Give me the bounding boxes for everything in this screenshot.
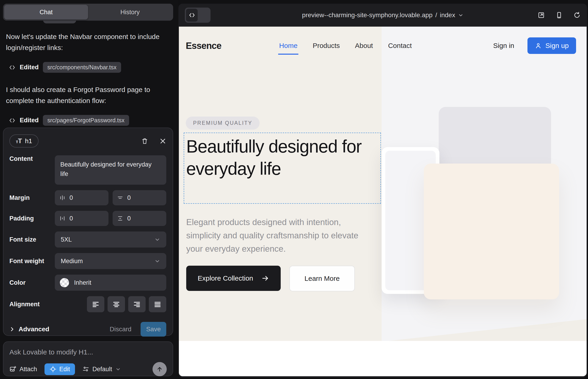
align-justify-button[interactable]: [149, 296, 166, 312]
chat-message-list: Now let's update the Navbar component to…: [6, 31, 173, 137]
premium-quality-badge: PREMIUM QUALITY: [186, 117, 260, 130]
hero-section: Essence Home Products About Contact Sign…: [179, 27, 587, 341]
route-name: index: [440, 12, 455, 19]
font-weight-select[interactable]: Medium: [55, 253, 166, 269]
padding-y-input[interactable]: [113, 211, 166, 226]
code-preview-toggle[interactable]: [185, 8, 211, 23]
color-label: Color: [9, 279, 55, 286]
hero-card-cream: [424, 164, 559, 300]
target-icon: [49, 366, 56, 373]
chat-sidebar: Chat History · · Now let's update the Na…: [0, 0, 178, 379]
color-swatch-transparent: [60, 278, 69, 287]
chat-message: I should also create a Forgot Password p…: [6, 84, 173, 106]
image-plus-icon: [9, 366, 16, 373]
advanced-toggle[interactable]: Advanced: [9, 326, 49, 333]
save-button[interactable]: Save: [140, 322, 166, 337]
lovable-app: Chat History · · Now let's update the Na…: [0, 0, 588, 379]
code-icon: [188, 12, 195, 19]
padding-horizontal-icon: [59, 215, 65, 221]
close-icon[interactable]: [159, 138, 166, 144]
preview-url: preview--charming-site-symphony.lovable.…: [302, 12, 433, 19]
selected-element-tag: h1: [25, 137, 32, 145]
edit-mode-button[interactable]: Edit: [45, 363, 75, 375]
delete-element-icon[interactable]: [141, 137, 148, 145]
file-path-badge[interactable]: src/pages/ForgotPassword.tsx: [43, 115, 129, 126]
chevron-down-icon: [458, 12, 464, 18]
sign-up-button[interactable]: Sign up: [527, 37, 576, 54]
site-viewport: Essence Home Products About Contact Sign…: [179, 27, 587, 376]
typography-icon: ᴛT: [16, 137, 22, 145]
align-left-button[interactable]: [87, 296, 104, 312]
chat-message: Now let's update the Navbar component to…: [6, 31, 173, 53]
sliders-icon: [82, 366, 89, 373]
chat-composer: Attach Edit Default: [3, 341, 173, 376]
tab-chat[interactable]: Chat: [4, 5, 88, 19]
code-view-segment[interactable]: [186, 9, 198, 22]
hero-cta-row: Explore Collection Learn More: [186, 266, 355, 291]
edited-label: Edited: [20, 64, 39, 71]
url-bar[interactable]: preview--charming-site-symphony.lovable.…: [302, 12, 464, 19]
discard-button[interactable]: Discard: [110, 326, 131, 333]
padding-label: Padding: [9, 215, 55, 222]
font-weight-label: Font weight: [9, 258, 55, 265]
file-path-badge[interactable]: src/components/Navbar.tsx: [43, 62, 121, 73]
open-external-icon[interactable]: [538, 12, 545, 19]
chevron-down-icon: [115, 366, 121, 372]
attach-button[interactable]: Attach: [9, 366, 37, 373]
learn-more-button[interactable]: Learn More: [289, 266, 355, 291]
arrow-right-icon: [262, 274, 269, 282]
font-size-label: Font size: [9, 236, 55, 243]
padding-vertical-icon: [117, 215, 123, 221]
padding-x-input[interactable]: [55, 211, 108, 226]
nav-link-home[interactable]: Home: [279, 42, 297, 49]
site-logo[interactable]: Essence: [186, 41, 221, 51]
nav-link-contact[interactable]: Contact: [388, 42, 412, 49]
composer-input[interactable]: [9, 348, 167, 356]
font-size-select[interactable]: 5XL: [55, 232, 166, 248]
chat-history-tabbar: Chat History: [3, 4, 173, 21]
margin-vertical-icon: [117, 195, 123, 201]
content-textarea[interactable]: Beautifully designed for everyday life: [55, 155, 166, 185]
browser-toolbar: preview--charming-site-symphony.lovable.…: [178, 4, 587, 27]
element-editor-panel: ᴛT h1 Content Beautifully designed for e…: [3, 127, 173, 336]
hero-description: Elegant products designed with intention…: [186, 216, 372, 255]
tab-history[interactable]: History: [88, 5, 172, 19]
url-separator: /: [435, 12, 437, 19]
nav-link-about[interactable]: About: [355, 42, 373, 49]
code-icon: [9, 64, 15, 71]
arrow-up-icon: [156, 366, 163, 373]
chevron-right-icon: [9, 327, 15, 332]
preview-view-segment[interactable]: [198, 9, 209, 22]
code-icon: [9, 117, 15, 124]
mobile-view-icon[interactable]: [556, 12, 563, 19]
preview-browser: preview--charming-site-symphony.lovable.…: [178, 4, 587, 378]
send-button[interactable]: [153, 362, 167, 376]
chevron-down-icon: [154, 237, 160, 242]
color-select[interactable]: Inherit: [55, 275, 166, 291]
content-label: Content: [9, 155, 55, 162]
refresh-icon[interactable]: [573, 12, 581, 19]
margin-x-input[interactable]: [55, 190, 108, 205]
edited-file-row[interactable]: Edited src/pages/ForgotPassword.tsx: [9, 115, 173, 126]
mode-select[interactable]: Default: [82, 366, 121, 373]
sign-in-link[interactable]: Sign in: [493, 42, 514, 49]
selected-element-pill[interactable]: ᴛT h1: [9, 134, 39, 147]
edited-label: Edited: [20, 117, 39, 124]
user-icon: [535, 42, 542, 49]
align-center-button[interactable]: [108, 296, 125, 312]
explore-collection-button[interactable]: Explore Collection: [186, 266, 281, 291]
hero-wedge-decoration: [388, 319, 587, 341]
margin-horizontal-icon: [59, 195, 65, 201]
site-nav-links: Home Products About Contact: [279, 42, 412, 49]
alignment-label: Alignment: [9, 301, 55, 308]
edited-file-row[interactable]: Edited src/components/Navbar.tsx: [9, 62, 173, 73]
site-navbar: Essence Home Products About Contact Sign…: [179, 27, 587, 61]
align-right-button[interactable]: [128, 296, 146, 312]
nav-link-products[interactable]: Products: [313, 42, 340, 49]
margin-label: Margin: [9, 194, 55, 201]
chevron-down-icon: [154, 258, 160, 264]
margin-y-input[interactable]: [113, 190, 166, 205]
hero-heading[interactable]: Beautifully designed for everyday life: [186, 135, 379, 180]
